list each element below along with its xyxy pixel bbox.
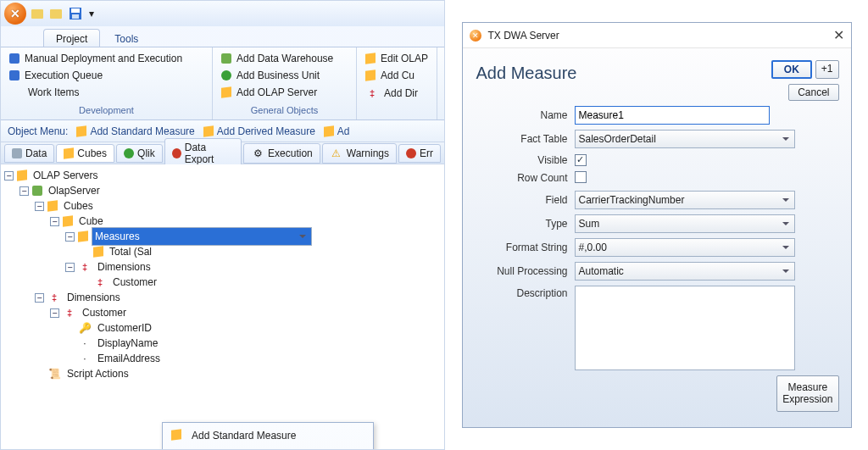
visible-label: Visible — [475, 154, 568, 166]
collapse-icon[interactable]: − — [35, 202, 44, 211]
format-string-label: Format String — [475, 242, 568, 253]
cubes-icon — [47, 200, 58, 211]
manual-deployment-button[interactable]: Manual Deployment and Execution — [8, 51, 205, 66]
queue-icon — [9, 70, 19, 81]
qlik-icon — [124, 148, 134, 158]
folder-icon[interactable] — [50, 9, 62, 19]
add-data-warehouse-button[interactable]: Add Data Warehouse — [220, 51, 349, 66]
type-select[interactable]: Sum — [575, 214, 795, 233]
name-field[interactable] — [575, 106, 770, 125]
bu-icon — [221, 70, 231, 81]
collapse-icon[interactable]: − — [50, 217, 59, 226]
tab-execution[interactable]: ⚙Execution — [243, 143, 320, 164]
save-icon[interactable] — [69, 7, 82, 20]
open-icon[interactable] — [31, 9, 43, 19]
tree-node-customer[interactable]: ‡Customer — [4, 275, 444, 290]
measure-icon — [93, 246, 103, 257]
collapse-icon[interactable]: − — [35, 293, 44, 303]
project-tree[interactable]: −OLAP Servers −OlapServer −Cubes −Cube −… — [1, 164, 444, 449]
row-count-checkbox[interactable] — [575, 171, 587, 183]
ribbon-group-title: General Objects — [220, 103, 349, 116]
tree-node-email[interactable]: ·EmailAddress — [4, 351, 444, 366]
app-menu-button[interactable]: ✕ — [4, 3, 26, 25]
ctx-add-derived-measure[interactable]: Add Derived Measure — [165, 446, 370, 449]
ribbon-group-next: Edit OLAP Add Cu ‡Add Dir — [357, 47, 437, 119]
tree-node-server[interactable]: −OlapServer — [4, 183, 444, 198]
tree-node-dimensions[interactable]: −‡Dimensions — [4, 259, 444, 275]
server-icon — [32, 186, 42, 196]
add-standard-measure-button[interactable]: Add Standard Measure — [76, 125, 194, 137]
tree-node-measures[interactable]: −Measures — [4, 229, 444, 244]
collapse-icon[interactable]: − — [50, 308, 59, 318]
ribbon: Manual Deployment and Execution Executio… — [1, 47, 444, 120]
edit-olap-button[interactable]: Edit OLAP — [364, 51, 430, 66]
collapse-icon[interactable]: − — [65, 232, 75, 242]
collapse-icon[interactable]: − — [4, 171, 14, 181]
cube-icon — [64, 147, 74, 158]
tree-node-cubes[interactable]: −Cubes — [4, 198, 444, 214]
tab-project[interactable]: Project — [43, 29, 100, 47]
measure-expression-button[interactable]: Measure Expression — [776, 375, 838, 412]
plus-one-button[interactable]: +1 — [815, 60, 839, 79]
add-measure-dialog: ✕ TX DWA Server ✕ Add Measure OK +1 Canc… — [462, 22, 852, 427]
field-label: Field — [475, 194, 568, 206]
add-derived-measure-button[interactable]: Add Derived Measure — [203, 125, 315, 137]
tree-node-olap-servers[interactable]: −OLAP Servers — [4, 168, 444, 183]
collapse-icon[interactable]: − — [65, 263, 75, 272]
key-icon: 🔑 — [78, 321, 92, 335]
qat-dropdown-icon[interactable]: ▾ — [89, 8, 94, 19]
ok-button[interactable]: OK — [771, 60, 812, 79]
fact-table-select[interactable]: SalesOrderDetail — [575, 130, 795, 148]
tab-qlik[interactable]: Qlik — [116, 144, 163, 163]
object-menu-label: Object Menu: — [8, 125, 68, 137]
tree-node-total[interactable]: Total (Sal — [4, 244, 444, 259]
dimension-icon: ‡ — [63, 306, 76, 319]
ribbon-group-development: Manual Deployment and Execution Executio… — [1, 47, 213, 119]
ctx-add-standard-measure[interactable]: Add Standard Measure — [165, 425, 370, 446]
tab-cubes[interactable]: Cubes — [56, 144, 114, 163]
close-icon[interactable]: ✕ — [833, 27, 844, 43]
add-business-unit-button[interactable]: Add Business Unit — [220, 68, 349, 83]
format-string-select[interactable]: #,0.00 — [575, 238, 795, 257]
ad-button[interactable]: Ad — [324, 125, 350, 137]
deploy-icon — [9, 53, 19, 64]
tree-node-displayname[interactable]: ·DisplayName — [4, 336, 444, 351]
work-items-button[interactable]: Work Items — [8, 85, 205, 100]
tab-tools[interactable]: Tools — [102, 29, 151, 47]
tree-node-customerid[interactable]: 🔑CustomerID — [4, 320, 444, 336]
tree-node-customer2[interactable]: −‡Customer — [4, 305, 444, 320]
visible-checkbox[interactable]: ✓ — [575, 154, 587, 166]
tree-node-dimensions2[interactable]: −‡Dimensions — [4, 290, 444, 305]
field-select[interactable]: CarrierTrackingNumber — [575, 191, 795, 209]
measure-icon — [171, 429, 181, 440]
add-dim-button[interactable]: ‡Add Dir — [364, 85, 430, 102]
description-label: Description — [475, 286, 568, 299]
null-processing-select[interactable]: Automatic — [575, 262, 795, 281]
name-label: Name — [475, 109, 568, 121]
dim-icon: ‡ — [365, 86, 379, 100]
data-icon — [12, 148, 22, 158]
add-cube-button[interactable]: Add Cu — [364, 68, 430, 83]
tab-warnings[interactable]: ⚠Warnings — [322, 143, 397, 164]
dimension-icon: ‡ — [78, 260, 92, 274]
dialog-title-bar[interactable]: ✕ TX DWA Server ✕ — [463, 23, 851, 48]
type-label: Type — [475, 218, 568, 230]
tree-node-script-actions[interactable]: 📜Script Actions — [4, 366, 444, 381]
tab-data[interactable]: Data — [4, 144, 54, 163]
description-field[interactable] — [575, 286, 795, 370]
row-count-label: Row Count — [475, 172, 568, 184]
cube-icon — [365, 69, 376, 81]
execution-queue-button[interactable]: Execution Queue — [8, 68, 205, 83]
measure-icon — [203, 125, 214, 136]
olap-icon — [221, 86, 231, 97]
context-menu: Add Standard Measure Add Derived Measure… — [162, 422, 374, 449]
add-olap-server-button[interactable]: Add OLAP Server — [220, 85, 349, 100]
cancel-button[interactable]: Cancel — [788, 84, 838, 101]
form: Name Fact Table SalesOrderDetail Visible… — [475, 106, 839, 370]
dimension-icon: ‡ — [47, 291, 61, 304]
tab-errors[interactable]: Err — [398, 144, 441, 163]
collapse-icon[interactable]: − — [19, 186, 29, 196]
measure-icon — [324, 125, 334, 136]
document-tabs: Data Cubes Qlik Data Export ⚙Execution ⚠… — [1, 142, 444, 164]
ide-window: ✕ ▾ Project Tools Manual Deployment and … — [0, 0, 445, 450]
